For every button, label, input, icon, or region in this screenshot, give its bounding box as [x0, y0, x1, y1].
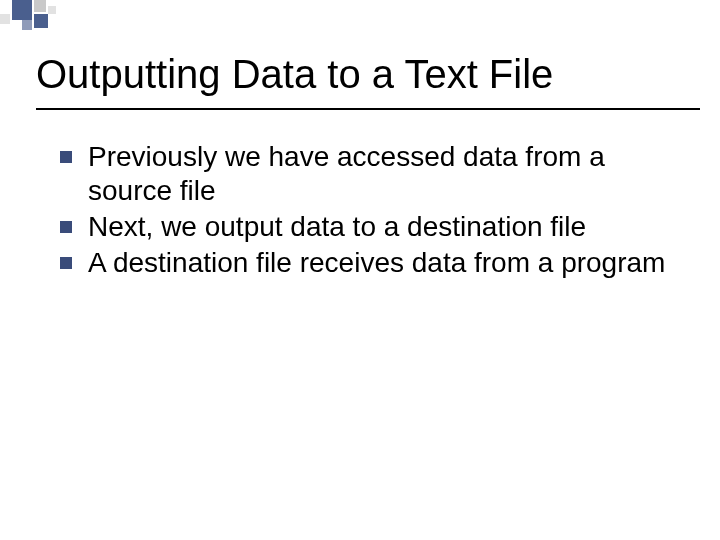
list-item: Previously we have accessed data from a … — [60, 140, 672, 208]
list-item-text: Next, we output data to a destination fi… — [88, 211, 586, 242]
square-bullet-icon — [60, 151, 72, 163]
title-area: Outputting Data to a Text File — [36, 52, 684, 96]
body-area: Previously we have accessed data from a … — [60, 140, 672, 283]
slide-title: Outputting Data to a Text File — [36, 52, 684, 96]
corner-decoration — [0, 0, 80, 30]
list-item: A destination file receives data from a … — [60, 246, 672, 280]
list-item-text: Previously we have accessed data from a … — [88, 141, 605, 206]
list-item-text: A destination file receives data from a … — [88, 247, 665, 278]
slide: Outputting Data to a Text File Previousl… — [0, 0, 720, 540]
square-bullet-icon — [60, 257, 72, 269]
square-bullet-icon — [60, 221, 72, 233]
title-underline — [36, 108, 700, 110]
list-item: Next, we output data to a destination fi… — [60, 210, 672, 244]
